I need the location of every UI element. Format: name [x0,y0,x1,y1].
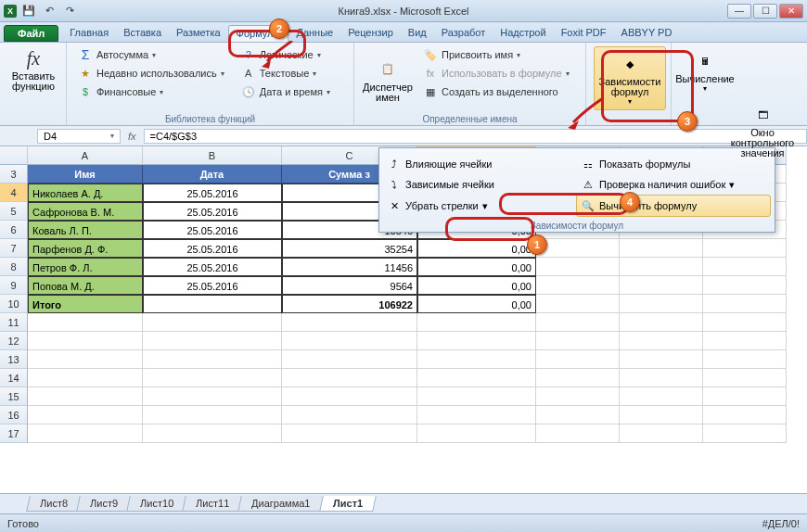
error-checking[interactable]: ⚠Проверка наличия ошибок▾ [577,174,771,195]
ribbon-tab[interactable]: Разметка [169,25,228,42]
row-header[interactable]: 7 [0,239,28,258]
precedents-icon: ⤴ [387,157,402,171]
sheet-tab[interactable]: Лист1 [319,496,377,512]
datetime-button[interactable]: 🕓Дата и время▾ [237,83,334,100]
autosum-button[interactable]: ΣАвтосумма▾ [74,46,228,63]
remove-arrows-icon: ✕ [387,198,402,213]
sheet-tab[interactable]: Лист11 [182,496,243,512]
formula-auditing-button[interactable]: ◆ Зависимости формул ▾ [594,46,666,110]
row-header[interactable]: 14 [0,369,28,387]
watch-window-button[interactable]: 🗔 Окно контрольного значения [725,102,800,158]
show-formulas-icon: ⚏ [581,157,596,171]
trace-dependents[interactable]: ⤵Зависимые ячейки [383,174,577,195]
select-all-corner[interactable] [0,146,28,165]
row-header[interactable]: 16 [0,406,28,424]
annotation-badge-1: 1 [527,234,547,255]
formula-auditing-dropdown: ⤴Влияющие ячейки ⚏Показать формулы ⤵Зави… [378,147,775,233]
sheet-tab[interactable]: Диаграмма1 [238,496,325,512]
row-header[interactable]: 9 [0,276,28,295]
use-in-formula-button[interactable]: fxИспользовать в формуле▾ [419,65,573,82]
col-header[interactable]: B [143,146,282,165]
col-header[interactable]: A [28,146,143,165]
recent-button[interactable]: ★Недавно использовались▾ [74,65,228,82]
dependents-icon: ⤵ [387,177,402,192]
row-header[interactable]: 11 [0,313,28,332]
text-button[interactable]: AТекстовые▾ [237,65,334,82]
minimize-button[interactable]: — [727,4,751,19]
status-error: #ДЕЛ/0! [762,518,800,529]
excel-icon: X [4,5,17,18]
calculation-button[interactable]: 🖩 Вычисление ▾ [679,46,731,95]
row-header[interactable]: 5 [0,202,28,221]
formula-bar[interactable]: =C4/$G$3 [144,129,807,144]
ribbon-tab[interactable]: ABBYY PD [614,25,680,42]
define-name-button[interactable]: 🏷️Присвоить имя▾ [419,46,573,63]
maximize-button[interactable]: ☐ [753,4,777,19]
name-manager-icon: 📋 [375,57,401,82]
status-bar: Готово #ДЕЛ/0! [0,513,807,532]
create-from-sel-button[interactable]: ▦Создать из выделенного [419,83,573,100]
ribbon-tab[interactable]: Главная [62,25,116,42]
annotation-badge-4: 4 [620,192,640,212]
annotation-badge-2: 2 [269,19,289,39]
ribbon-tab[interactable]: Надстрой [493,25,553,42]
row-header[interactable]: 10 [0,295,28,313]
evaluate-icon: 🔍 [581,198,596,213]
close-button[interactable]: ✕ [779,4,803,19]
row-header[interactable]: 6 [0,221,28,239]
error-check-icon: ⚠ [581,177,596,192]
sheet-tab[interactable]: Лист8 [26,496,82,512]
ribbon-tab[interactable]: Разработ [434,25,493,42]
calculation-icon: 🖩 [692,48,718,74]
row-header[interactable]: 15 [0,387,28,406]
sheet-tab[interactable]: Лист9 [76,496,132,512]
fx-icon: fx [27,48,40,70]
ribbon-tabs: Файл ГлавнаяВставкаРазметкаФормулыДанные… [0,22,807,43]
row-header[interactable]: 8 [0,258,28,276]
qat-undo-icon[interactable]: ↶ [41,3,58,19]
ribbon-tab[interactable]: Рецензир [340,25,401,42]
status-ready: Готово [7,518,39,529]
formula-auditing-icon: ◆ [617,51,643,77]
name-box[interactable]: D4▾ [37,129,121,144]
remove-arrows[interactable]: ✕Убрать стрелки▾ [383,195,576,217]
qat-save-icon[interactable]: 💾 [20,3,37,19]
fx-bar-icon[interactable]: fx [128,131,136,142]
row-header[interactable]: 17 [0,424,28,443]
financial-button[interactable]: $Финансовые▾ [74,83,228,100]
ribbon-tab[interactable]: Foxit PDF [554,25,614,42]
file-tab[interactable]: Файл [4,25,58,42]
row-header[interactable]: 3 [0,165,28,184]
title-bar: X 💾 ↶ ↷ Книга9.xlsx - Microsoft Excel — … [0,0,807,22]
row-header[interactable]: 4 [0,184,28,202]
row-header[interactable]: 13 [0,350,28,369]
sheet-tabs: Лист8Лист9Лист10Лист11Диаграмма1Лист1 [0,493,807,513]
qat-redo-icon[interactable]: ↷ [61,3,78,19]
ribbon-tab[interactable]: Вид [401,25,434,42]
watch-window-icon: 🗔 [749,102,775,128]
trace-precedents[interactable]: ⤴Влияющие ячейки [383,154,577,174]
name-manager-button[interactable]: 📋 Диспетчер имен [362,46,414,112]
window-title: Книга9.xlsx - Microsoft Excel [339,6,469,17]
sheet-tab[interactable]: Лист10 [126,496,187,512]
evaluate-formula[interactable]: 🔍Вычислить формулу [576,195,771,217]
ribbon-tab[interactable]: Данные [288,25,340,42]
annotation-badge-3: 3 [677,111,698,132]
logical-button[interactable]: ?Логические▾ [237,46,334,63]
row-header[interactable]: 12 [0,332,28,350]
ribbon-tab[interactable]: Вставка [116,25,169,42]
insert-function-button[interactable]: fx Вставить функцию [7,46,59,94]
